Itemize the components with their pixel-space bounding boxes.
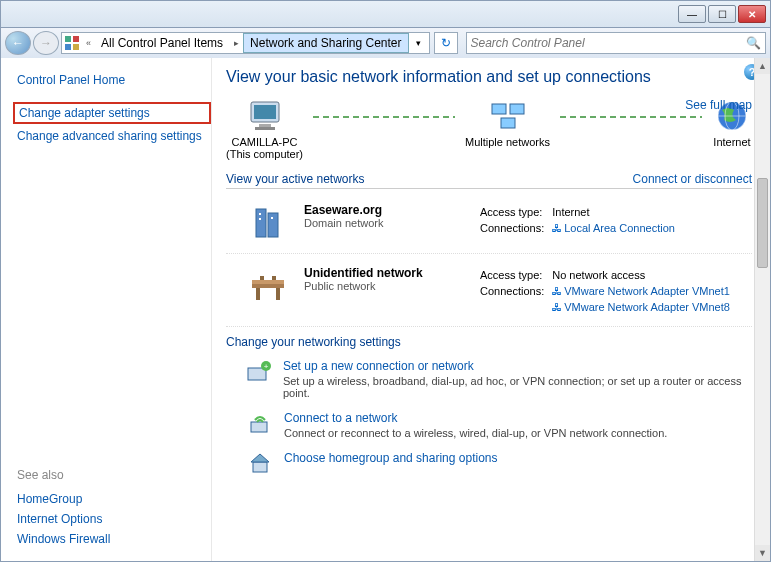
connection-icon: 🖧	[552, 286, 562, 297]
control-panel-home-link[interactable]: Control Panel Home	[13, 70, 211, 90]
connect-network-desc: Connect or reconnect to a wireless, wire…	[284, 427, 667, 439]
control-panel-icon	[62, 33, 82, 53]
svg-rect-17	[259, 213, 261, 215]
network-name[interactable]: Unidentified network	[304, 266, 464, 280]
setup-connection-item: + Set up a new connection or network Set…	[226, 355, 752, 407]
network-map: CAMILLA-PC (This computer) Multiple netw…	[226, 98, 752, 160]
svg-rect-24	[260, 276, 264, 280]
svg-rect-0	[65, 36, 71, 42]
svg-rect-9	[510, 104, 524, 114]
vmnet1-link[interactable]: VMware Network Adapter VMnet1	[564, 285, 730, 297]
breadcrumb-chevron-icon[interactable]: ▸	[230, 38, 243, 48]
public-network-icon	[246, 266, 290, 306]
connect-disconnect-link[interactable]: Connect or disconnect	[633, 172, 752, 186]
sidebar: Control Panel Home Change adapter settin…	[1, 58, 211, 561]
homegroup-link[interactable]: HomeGroup	[13, 489, 211, 509]
multiple-networks-node[interactable]: Multiple networks	[465, 98, 550, 148]
homegroup-sharing-item: Choose homegroup and sharing options	[226, 447, 752, 485]
network-line-icon	[560, 116, 702, 118]
svg-rect-18	[259, 218, 261, 220]
svg-rect-16	[268, 213, 278, 237]
svg-rect-10	[501, 118, 515, 128]
internet-options-link[interactable]: Internet Options	[13, 509, 211, 529]
window-titlebar: — ☐ ✕	[0, 0, 771, 28]
change-adapter-settings-link[interactable]: Change adapter settings	[13, 102, 211, 124]
main-panel: ? View your basic network information an…	[211, 58, 770, 561]
svg-rect-19	[271, 217, 273, 219]
network-item-unidentified: Unidentified network Public network Acce…	[226, 260, 752, 327]
access-type-label: Access type:	[480, 268, 550, 282]
svg-rect-25	[272, 276, 276, 280]
svg-text:+: +	[264, 362, 269, 371]
change-advanced-sharing-link[interactable]: Change advanced sharing settings	[13, 126, 211, 146]
network-item-easeware: Easeware.org Domain network Access type:…	[226, 197, 752, 254]
vertical-scrollbar[interactable]: ▲ ▼	[754, 58, 770, 561]
scroll-down-button[interactable]: ▼	[755, 545, 770, 561]
search-input[interactable]	[471, 36, 747, 50]
network-type: Public network	[304, 280, 464, 292]
forward-button[interactable]: →	[33, 31, 59, 55]
see-also-section: See also HomeGroup Internet Options Wind…	[13, 465, 211, 549]
search-box[interactable]: 🔍	[466, 32, 767, 54]
network-type: Domain network	[304, 217, 464, 229]
svg-rect-20	[252, 284, 284, 288]
multiple-networks-label: Multiple networks	[465, 136, 550, 148]
breadcrumb-all-items[interactable]: All Control Panel Items	[95, 33, 230, 53]
back-button[interactable]: ←	[5, 31, 31, 55]
search-icon[interactable]: 🔍	[746, 36, 761, 50]
breadcrumb-network-center[interactable]: Network and Sharing Center	[243, 33, 408, 53]
scroll-thumb[interactable]	[757, 178, 768, 268]
maximize-button[interactable]: ☐	[708, 5, 736, 23]
connection-icon: 🖧	[552, 302, 562, 313]
homegroup-icon	[246, 451, 274, 477]
active-networks-header: View your active networks Connect or dis…	[226, 170, 752, 189]
minimize-button[interactable]: —	[678, 5, 706, 23]
access-type-value: Internet	[552, 205, 681, 219]
connect-network-item: Connect to a network Connect or reconnec…	[226, 407, 752, 447]
this-computer-label: CAMILLA-PC	[226, 136, 303, 148]
svg-rect-30	[253, 462, 267, 472]
svg-rect-2	[65, 44, 71, 50]
this-computer-node[interactable]: CAMILLA-PC (This computer)	[226, 98, 303, 160]
change-settings-heading: Change your networking settings	[226, 335, 752, 349]
access-type-label: Access type:	[480, 205, 550, 219]
windows-firewall-link[interactable]: Windows Firewall	[13, 529, 211, 549]
svg-rect-8	[492, 104, 506, 114]
setup-connection-icon: +	[246, 359, 273, 385]
svg-rect-29	[251, 422, 267, 432]
svg-rect-3	[73, 44, 79, 50]
connection-icon: 🖧	[552, 223, 562, 234]
svg-rect-22	[256, 288, 260, 300]
scroll-up-button[interactable]: ▲	[755, 58, 770, 74]
vmnet8-link[interactable]: VMware Network Adapter VMnet8	[564, 301, 730, 313]
setup-connection-link[interactable]: Set up a new connection or network	[283, 359, 752, 373]
svg-marker-31	[251, 454, 269, 462]
page-title: View your basic network information and …	[226, 68, 752, 86]
connect-network-icon	[246, 411, 274, 437]
internet-label: Internet	[712, 136, 752, 148]
refresh-button[interactable]: ↻	[434, 32, 458, 54]
svg-rect-1	[73, 36, 79, 42]
connect-network-link[interactable]: Connect to a network	[284, 411, 667, 425]
breadcrumb-chevron-icon[interactable]: «	[82, 38, 95, 48]
access-type-value: No network access	[552, 268, 736, 282]
connections-label: Connections:	[480, 284, 550, 298]
svg-rect-7	[255, 127, 275, 130]
homegroup-sharing-link[interactable]: Choose homegroup and sharing options	[284, 451, 497, 465]
active-networks-label: View your active networks	[226, 172, 365, 186]
address-dropdown-icon[interactable]: ▾	[409, 38, 429, 48]
this-computer-sub: (This computer)	[226, 148, 303, 160]
setup-connection-desc: Set up a wireless, broadband, dial-up, a…	[283, 375, 752, 399]
network-hub-icon	[488, 98, 528, 134]
breadcrumb-bar[interactable]: « All Control Panel Items ▸ Network and …	[61, 32, 430, 54]
svg-rect-21	[252, 280, 284, 284]
svg-rect-23	[276, 288, 280, 300]
connections-label: Connections:	[480, 221, 550, 235]
local-area-connection-link[interactable]: Local Area Connection	[564, 222, 675, 234]
domain-network-icon	[246, 203, 290, 243]
address-bar: ← → « All Control Panel Items ▸ Network …	[0, 28, 771, 58]
see-also-heading: See also	[13, 465, 211, 485]
see-full-map-link[interactable]: See full map	[685, 98, 752, 112]
network-name[interactable]: Easeware.org	[304, 203, 464, 217]
close-button[interactable]: ✕	[738, 5, 766, 23]
